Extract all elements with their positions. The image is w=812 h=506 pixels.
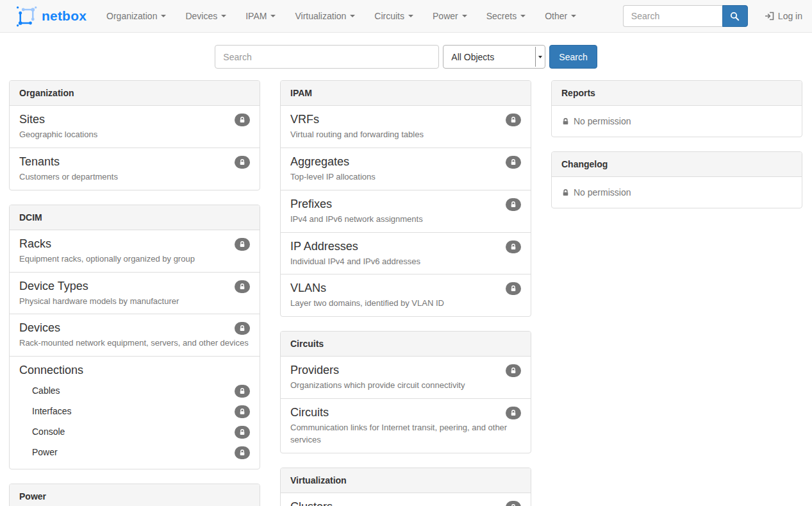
panel-item-vlans[interactable]: VLANsLayer two domains, identified by VL… [281, 274, 531, 316]
item-title[interactable]: VLANs [290, 281, 326, 296]
lock-badge [506, 198, 521, 211]
top-navbar: netbox OrganizationDevicesIPAMVirtualiza… [0, 0, 812, 33]
login-link[interactable]: Log in [765, 11, 802, 21]
item-title[interactable]: Aggregates [290, 155, 349, 169]
item-head: Sites [19, 112, 250, 127]
item-description: Physical hardware models by manufacturer [19, 296, 250, 308]
item-title[interactable]: Devices [19, 321, 60, 335]
item-title[interactable]: Prefixes [290, 197, 332, 212]
item-description: Equipment racks, optionally organized by… [19, 253, 250, 266]
subitem-label[interactable]: Interfaces [32, 406, 71, 416]
panel-title: Circuits [281, 332, 531, 357]
lock-icon [238, 325, 246, 332]
lock-badge [235, 426, 250, 439]
lock-icon [510, 201, 517, 208]
item-description: Layer two domains, identified by VLAN ID [290, 298, 521, 310]
panel-item-clusters[interactable]: Clusters [281, 493, 531, 506]
item-description: Geographic locations [19, 129, 250, 141]
item-head: Racks [19, 237, 250, 251]
subitem-interfaces[interactable]: Interfaces [19, 401, 250, 421]
nav-item-secrets[interactable]: Secrets [477, 0, 535, 32]
nav-item-label: Power [433, 11, 458, 21]
caret-down-icon [462, 15, 467, 17]
lock-icon [238, 428, 246, 436]
panel-item-racks[interactable]: RacksEquipment racks, optionally organiz… [10, 230, 260, 273]
lock-icon [510, 158, 517, 166]
panel-item-aggregates[interactable]: AggregatesTop-level IP allocations [281, 148, 531, 190]
dashboard-panels: OrganizationSitesGeographic locationsTen… [0, 80, 812, 506]
panel-item-providers[interactable]: ProvidersOrganizations which provide cir… [281, 357, 531, 399]
lock-badge [235, 280, 250, 293]
subitem-list: CablesInterfacesConsolePower [19, 380, 250, 462]
panel-item-devices[interactable]: DevicesRack-mounted network equipment, s… [10, 314, 260, 357]
global-search-button[interactable]: Search [549, 45, 597, 69]
panel-item-sites[interactable]: SitesGeographic locations [10, 106, 260, 148]
global-search-input[interactable] [215, 45, 439, 69]
subitem-power[interactable]: Power [19, 442, 250, 462]
nav-item-circuits[interactable]: Circuits [365, 0, 423, 32]
caret-down-icon [161, 15, 166, 17]
object-type-select[interactable]: All Objects [443, 45, 545, 69]
panel-item-tenants[interactable]: TenantsCustomers or departments [10, 148, 260, 190]
panel-item-ip-addresses[interactable]: IP AddressesIndividual IPv4 and IPv6 add… [281, 233, 531, 275]
subitem-label[interactable]: Console [32, 426, 65, 437]
search-icon [730, 12, 740, 21]
lock-badge [506, 282, 521, 295]
subitem-cables[interactable]: Cables [19, 380, 250, 401]
lock-badge [235, 322, 250, 335]
item-title[interactable]: Providers [290, 363, 339, 378]
panel-item-prefixes[interactable]: PrefixesIPv4 and IPv6 network assignment… [281, 190, 531, 233]
nav-item-power[interactable]: Power [423, 0, 477, 32]
nav-item-devices[interactable]: Devices [176, 0, 236, 32]
item-title[interactable]: IP Addresses [290, 239, 358, 254]
nav-item-ipam[interactable]: IPAM [236, 0, 285, 32]
item-title[interactable]: Racks [19, 237, 51, 251]
item-head: Providers [290, 363, 521, 378]
item-title[interactable]: Clusters [290, 500, 333, 506]
item-title[interactable]: VRFs [290, 112, 319, 127]
subitem-label[interactable]: Power [32, 447, 58, 457]
item-head: Clusters [290, 500, 521, 506]
nav-item-other[interactable]: Other [535, 0, 586, 32]
subitem-label[interactable]: Cables [32, 385, 60, 396]
no-permission-label: No permission [574, 187, 631, 198]
no-permission-label: No permission [574, 116, 631, 126]
nav-item-label: IPAM [245, 11, 267, 21]
lock-icon [238, 387, 246, 395]
item-description: Customers or departments [19, 171, 250, 183]
item-head: Circuits [290, 405, 521, 420]
navbar-search-input[interactable] [623, 5, 722, 27]
caret-down-icon [520, 15, 526, 17]
panel-item-circuits[interactable]: CircuitsCommunication links for Internet… [281, 399, 531, 453]
navbar-search-button[interactable] [722, 5, 748, 27]
lock-badge [235, 405, 250, 418]
netbox-brand[interactable]: netbox [16, 6, 87, 27]
item-title[interactable]: Circuits [290, 405, 329, 420]
subitem-console[interactable]: Console [19, 421, 250, 442]
item-head: Aggregates [290, 155, 521, 169]
item-title[interactable]: Tenants [19, 155, 60, 169]
item-title[interactable]: Connections [19, 363, 83, 378]
item-title[interactable]: Device Types [19, 279, 88, 294]
lock-badge [506, 240, 521, 253]
lock-icon [510, 409, 517, 417]
panel-item-device-types[interactable]: Device TypesPhysical hardware models by … [10, 273, 260, 315]
panel-ipam: IPAMVRFsVirtual routing and forwarding t… [280, 80, 531, 317]
item-head: Connections [19, 363, 250, 378]
nav-item-virtualization[interactable]: Virtualization [285, 0, 365, 32]
item-title[interactable]: Sites [19, 112, 45, 127]
nav-item-label: Circuits [374, 11, 404, 21]
sign-in-icon [765, 12, 774, 21]
panel-item-vrfs[interactable]: VRFsVirtual routing and forwarding table… [281, 106, 531, 148]
item-description: Top-level IP allocations [290, 171, 521, 183]
panel-title: DCIM [10, 205, 260, 230]
lock-icon [510, 285, 517, 292]
panel-circuits: CircuitsProvidersOrganizations which pro… [280, 331, 531, 453]
lock-icon [238, 116, 246, 124]
lock-icon [238, 240, 246, 248]
lock-icon [561, 189, 570, 197]
item-head: Device Types [19, 279, 250, 294]
nav-item-organization[interactable]: Organization [97, 0, 176, 32]
lock-badge [235, 446, 250, 459]
panel-item-connections[interactable]: ConnectionsCablesInterfacesConsolePower [10, 357, 260, 469]
